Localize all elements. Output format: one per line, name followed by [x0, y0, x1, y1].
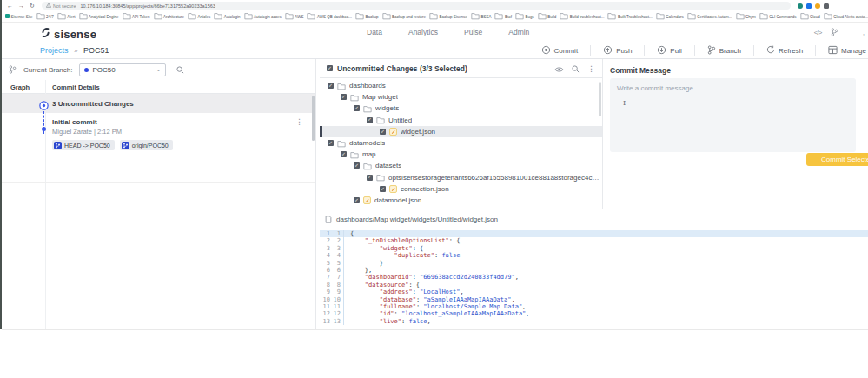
checkbox[interactable]: ✓	[341, 151, 347, 157]
back-icon[interactable]: ←	[7, 0, 13, 11]
code-editor[interactable]: 11{22 "_toDisableOptionsList": {33 "widg…	[320, 230, 868, 325]
search-icon[interactable]	[176, 62, 184, 77]
code-line: 33 "widgets": {	[320, 245, 868, 252]
bookmark-item[interactable]: Built Troubleshoot...	[607, 12, 652, 21]
bookmark-item[interactable]: Alert	[57, 12, 76, 21]
url-bar[interactable]: Not secure 10.176.10.184:30845/app/proje…	[42, 2, 791, 10]
preview-eye-icon[interactable]	[554, 61, 564, 76]
bookmark-label: AWS QB dashboa...	[317, 15, 352, 19]
code-view-icon[interactable]: </>	[814, 29, 822, 36]
tree-item-connection-json[interactable]: ✓connection.json	[320, 183, 602, 195]
checkbox[interactable]: ✓	[380, 186, 386, 192]
reload-icon[interactable]: ↻	[30, 0, 35, 11]
checkbox[interactable]: ✓	[354, 197, 360, 203]
extension-icon[interactable]	[798, 3, 803, 9]
commit-row[interactable]: 3 Uncommitted Changes	[2, 94, 315, 113]
line-number-new: 3	[332, 245, 344, 252]
commit-row[interactable]: Initial commitMiguel Zarate | 2:12 PMHEA…	[2, 113, 315, 149]
bookmark-item[interactable]: AWS QB dashboa...	[307, 12, 352, 21]
tree-item-map[interactable]: ✓map	[320, 149, 602, 160]
security-chip[interactable]: Not secure	[46, 3, 76, 9]
bookmark-item[interactable]: Cloud	[800, 12, 820, 21]
pull-button[interactable]: Pull	[644, 45, 693, 56]
manage-button[interactable]: Manage	[815, 45, 868, 56]
sisense-logo[interactable]: sisense	[40, 26, 96, 42]
git-branch-icon[interactable]	[831, 24, 838, 40]
folder-icon	[759, 12, 768, 21]
bookmark-item[interactable]: Calendars	[656, 12, 684, 21]
bookmark-item[interactable]: Autologin acces	[244, 12, 282, 21]
branch-select[interactable]: POC50 ⌄	[79, 63, 166, 76]
pull-icon	[657, 45, 666, 56]
bookmark-item[interactable]: Autologin	[214, 12, 240, 21]
extension-icon[interactable]	[815, 3, 820, 9]
tree-item-datasets[interactable]: ✓datasets	[320, 160, 602, 171]
checkbox[interactable]: ✓	[328, 83, 334, 89]
code-text: {	[344, 230, 354, 237]
kebab-menu-icon[interactable]: ⋮	[587, 64, 595, 73]
bookmark-item[interactable]: AWS	[285, 12, 304, 21]
bookmark-item[interactable]: Chym	[736, 12, 756, 21]
git-toolbar: CommitPushPullBranchRefreshManage	[529, 42, 868, 59]
nav-item-pulse[interactable]: Pulse	[464, 28, 482, 36]
bookmark-item[interactable]: Backup and restore	[382, 12, 427, 21]
tree-item-untitled[interactable]: ✓Untitled	[320, 115, 602, 126]
bookmark-item[interactable]: Backup	[355, 12, 379, 21]
select-all-checkbox[interactable]: ✓	[327, 65, 333, 71]
branch-button[interactable]: Branch	[694, 45, 753, 56]
commit-message-input[interactable]: Write a commit message... I	[610, 78, 856, 152]
push-button[interactable]: Push	[590, 45, 644, 56]
commit-button[interactable]: Commit	[529, 45, 591, 56]
scrollbar-thumb[interactable]	[599, 82, 601, 116]
bookmark-item[interactable]: Backup Sisense	[429, 12, 467, 21]
tree-item-datamodels[interactable]: ✓datamodels	[320, 137, 602, 149]
tree-item-datamodel-json[interactable]: ✓datamodel.json	[320, 195, 602, 206]
nav-item-analytics[interactable]: Analytics	[408, 28, 438, 36]
bookmark-item[interactable]: 24/7	[36, 12, 54, 21]
bookmark-item[interactable]: Btof	[494, 12, 512, 21]
line-number-new: 10	[332, 296, 344, 303]
commit-selected-button[interactable]: Commit Selected	[806, 153, 868, 166]
bookmark-item[interactable]: Cloud Alerts custo...	[824, 12, 868, 21]
forward-icon[interactable]: →	[18, 0, 24, 11]
nav-item-data[interactable]: Data	[367, 28, 382, 36]
commit-rows: 3 Uncommitted ChangesInitial commitMigue…	[2, 94, 315, 149]
breadcrumb: Projects » POC51	[40, 46, 109, 55]
tree-item-widget-json[interactable]: ✓widget.json	[320, 126, 602, 137]
extension-icon[interactable]	[824, 3, 829, 9]
bookmark-item[interactable]: Build troubleshoot...	[560, 12, 604, 21]
bookmark-item[interactable]: Bugs	[515, 12, 534, 21]
checkbox[interactable]: ✓	[367, 117, 373, 123]
tree-item-optsisensestoragetenants6626af[interactable]: ✓optsisensestoragetenants6626af155589810…	[320, 172, 602, 183]
scrollbar-thumb[interactable]	[312, 96, 315, 141]
tree-item-map-widget[interactable]: ✓Map widget	[320, 91, 602, 103]
bookmark-item[interactable]: Certificates Autom...	[687, 12, 732, 21]
kebab-menu-icon[interactable]: ⋮	[295, 117, 303, 126]
text-cursor: I	[623, 99, 626, 107]
bookmark-label: API Token	[132, 15, 149, 19]
tree-item-dashboards[interactable]: ✓dashboards	[320, 80, 602, 91]
bookmark-item[interactable]: Sisense Site	[5, 14, 33, 19]
tree-item-widgets[interactable]: ✓widgets	[320, 103, 602, 114]
bookmark-item[interactable]: Analytical Engine	[79, 12, 119, 21]
checkbox[interactable]: ✓	[328, 140, 334, 146]
code-line: 11{	[320, 230, 868, 237]
bookmark-item[interactable]: BSSA	[471, 12, 492, 21]
bookmark-item[interactable]: Architecture	[154, 12, 185, 21]
bookmark-item[interactable]: API Token	[123, 12, 150, 21]
checkbox[interactable]: ✓	[380, 129, 386, 135]
search-icon[interactable]	[572, 61, 580, 76]
checkbox[interactable]: ✓	[367, 175, 373, 181]
checkbox[interactable]: ✓	[354, 105, 360, 111]
checkbox[interactable]: ✓	[354, 162, 360, 169]
sub-header: Projects » POC51 CommitPushPullBranchRef…	[2, 42, 868, 59]
checkbox[interactable]: ✓	[341, 94, 347, 100]
refresh-button[interactable]: Refresh	[753, 45, 815, 56]
extension-icon[interactable]	[806, 3, 812, 9]
bookmark-item[interactable]: CLI Commands	[759, 12, 797, 21]
bookmark-item[interactable]: Articles	[188, 12, 210, 21]
breadcrumb-projects-link[interactable]: Projects	[40, 46, 69, 55]
code-line: 1010 "database": "aSampleIAAaMapIAAaData…	[320, 296, 868, 303]
nav-item-admin[interactable]: Admin	[508, 28, 529, 36]
bookmark-item[interactable]: Build	[538, 12, 557, 21]
